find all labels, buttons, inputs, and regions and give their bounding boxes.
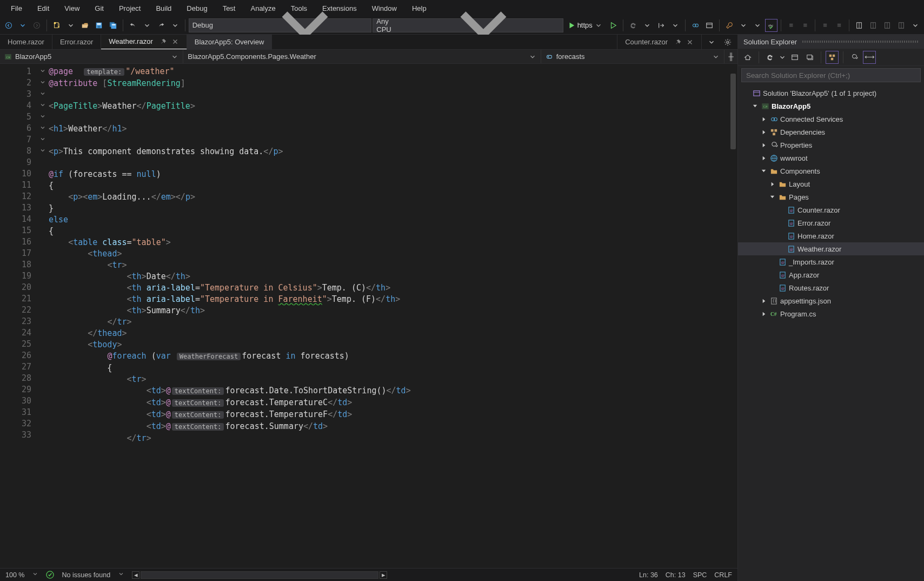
expand-toggle[interactable] bbox=[767, 181, 777, 187]
format-dd[interactable] bbox=[737, 19, 750, 32]
tree-item[interactable]: wwwroot bbox=[738, 151, 924, 164]
spellcheck-button[interactable] bbox=[765, 19, 778, 32]
fold-gutter[interactable] bbox=[37, 64, 49, 568]
close-icon[interactable] bbox=[686, 38, 694, 46]
tree-item[interactable]: Pages bbox=[738, 190, 924, 203]
split-editor-button[interactable]: ╫ bbox=[724, 50, 737, 63]
vertical-scrollbar[interactable] bbox=[729, 64, 737, 568]
expand-toggle[interactable] bbox=[759, 298, 768, 304]
expand-toggle[interactable] bbox=[759, 116, 768, 122]
nav-member[interactable]: forecasts bbox=[541, 50, 724, 63]
tree-item[interactable]: Layout bbox=[738, 177, 924, 190]
menu-project[interactable]: Project bbox=[111, 2, 148, 15]
tab-home[interactable]: Home.razor bbox=[0, 35, 52, 50]
expand-toggle[interactable] bbox=[759, 168, 768, 174]
menu-build[interactable]: Build bbox=[148, 2, 179, 15]
tree-item[interactable]: Counter.razor bbox=[738, 203, 924, 216]
se-home-button[interactable] bbox=[741, 51, 754, 64]
tree-item[interactable]: Weather.razor bbox=[738, 242, 924, 255]
more-dd[interactable] bbox=[751, 19, 764, 32]
comment-button[interactable]: ≡ bbox=[819, 19, 832, 32]
bookmark2[interactable] bbox=[867, 19, 880, 32]
tree-item[interactable]: Solution 'BlazorApp5' (1 of 1 project) bbox=[738, 87, 924, 100]
step-dd[interactable] bbox=[669, 19, 682, 32]
win-layout-button[interactable] bbox=[703, 19, 716, 32]
code-editor[interactable]: 1234567891011121314151617181920212223242… bbox=[0, 64, 737, 568]
pin-icon[interactable] bbox=[674, 38, 682, 46]
nav-back-button[interactable] bbox=[2, 19, 15, 32]
save-all-button[interactable] bbox=[107, 19, 119, 32]
expand-toggle[interactable] bbox=[759, 311, 768, 317]
expand-toggle[interactable] bbox=[750, 103, 760, 109]
redo-button[interactable] bbox=[155, 19, 168, 32]
search-input[interactable] bbox=[741, 68, 921, 82]
horizontal-scrollbar[interactable]: ◂▸ bbox=[132, 571, 387, 579]
tab-overview[interactable]: BlazorApp5: Overview bbox=[187, 35, 272, 50]
start-debug-button[interactable]: https bbox=[564, 21, 606, 29]
uncomment-button[interactable]: ≡ bbox=[833, 19, 846, 32]
tree-item[interactable]: App.razor bbox=[738, 268, 924, 281]
redo-dd[interactable] bbox=[169, 19, 182, 32]
browser-link-button[interactable] bbox=[689, 19, 702, 32]
solution-tree[interactable]: Solution 'BlazorApp5' (1 of 1 project)Bl… bbox=[738, 85, 924, 581]
issues-text[interactable]: No issues found bbox=[62, 571, 110, 579]
overflow[interactable] bbox=[909, 19, 922, 32]
menu-edit[interactable]: Edit bbox=[30, 2, 57, 15]
nav-class[interactable]: BlazorApp5.Components.Pages.Weather bbox=[183, 50, 541, 63]
tabs-overflow[interactable] bbox=[705, 36, 718, 49]
tab-counter-preview[interactable]: Counter.razor bbox=[617, 35, 702, 50]
open-button[interactable] bbox=[78, 19, 91, 32]
undo-dd[interactable] bbox=[141, 19, 154, 32]
menu-file[interactable]: File bbox=[3, 2, 30, 15]
zoom-level[interactable]: 100 % bbox=[5, 571, 24, 579]
indent-inc-button[interactable]: ≡ bbox=[799, 19, 812, 32]
expand-toggle[interactable] bbox=[759, 155, 768, 161]
tree-item[interactable]: Routes.razor bbox=[738, 281, 924, 294]
step-button[interactable] bbox=[655, 19, 668, 32]
se-sync-button[interactable] bbox=[826, 51, 839, 64]
tab-weather[interactable]: Weather.razor bbox=[101, 35, 187, 50]
code-canvas[interactable]: @page template:"/weather"@attribute [Str… bbox=[49, 64, 729, 568]
menu-git[interactable]: Git bbox=[87, 2, 111, 15]
tree-item[interactable]: Error.razor bbox=[738, 216, 924, 229]
tree-item[interactable]: Connected Services bbox=[738, 113, 924, 126]
tree-item[interactable]: appsettings.json bbox=[738, 294, 924, 307]
tree-item[interactable]: Dependencies bbox=[738, 126, 924, 138]
platform-combo[interactable]: Any CPU bbox=[373, 18, 563, 32]
nav-fwd-button[interactable] bbox=[30, 19, 43, 32]
tree-item[interactable]: Properties bbox=[738, 138, 924, 151]
se-wins-button[interactable] bbox=[803, 51, 816, 64]
tab-error[interactable]: Error.razor bbox=[52, 35, 101, 50]
expand-toggle[interactable] bbox=[767, 194, 777, 200]
solution-explorer-search[interactable] bbox=[741, 68, 921, 82]
indent-mode[interactable]: SPC bbox=[693, 571, 707, 579]
undo-button[interactable] bbox=[127, 19, 139, 32]
se-preview-button[interactable]: ⟷ bbox=[863, 51, 876, 64]
issues-dd[interactable] bbox=[118, 571, 124, 579]
indent-dec-button[interactable]: ≡ bbox=[785, 19, 797, 32]
nav-project[interactable]: BlazorApp5 bbox=[0, 50, 183, 63]
pin-icon[interactable] bbox=[159, 38, 167, 45]
menu-debug[interactable]: Debug bbox=[179, 2, 215, 15]
start-nodebug-button[interactable] bbox=[607, 19, 620, 32]
close-icon[interactable] bbox=[171, 38, 179, 45]
new-item-button[interactable] bbox=[50, 19, 63, 32]
se-properties-button[interactable] bbox=[848, 51, 861, 64]
bookmark-button[interactable] bbox=[853, 19, 866, 32]
nav-dd[interactable] bbox=[16, 19, 29, 32]
config-combo[interactable]: Debug bbox=[189, 18, 372, 32]
save-button[interactable] bbox=[92, 19, 105, 32]
tree-item[interactable]: _Imports.razor bbox=[738, 255, 924, 268]
se-switch-view-button[interactable] bbox=[763, 51, 776, 64]
expand-toggle[interactable] bbox=[759, 129, 768, 135]
new-item-dd[interactable] bbox=[64, 19, 77, 32]
se-switch-dd[interactable] bbox=[779, 51, 786, 64]
format-button[interactable] bbox=[723, 19, 736, 32]
hot-reload-button[interactable] bbox=[627, 19, 640, 32]
tree-item[interactable]: Components bbox=[738, 164, 924, 177]
tree-item[interactable]: Program.cs bbox=[738, 307, 924, 320]
zoom-dd[interactable] bbox=[32, 571, 38, 579]
tabs-settings[interactable] bbox=[721, 36, 734, 49]
line-ending[interactable]: CRLF bbox=[714, 571, 732, 579]
menu-view[interactable]: View bbox=[57, 2, 87, 15]
